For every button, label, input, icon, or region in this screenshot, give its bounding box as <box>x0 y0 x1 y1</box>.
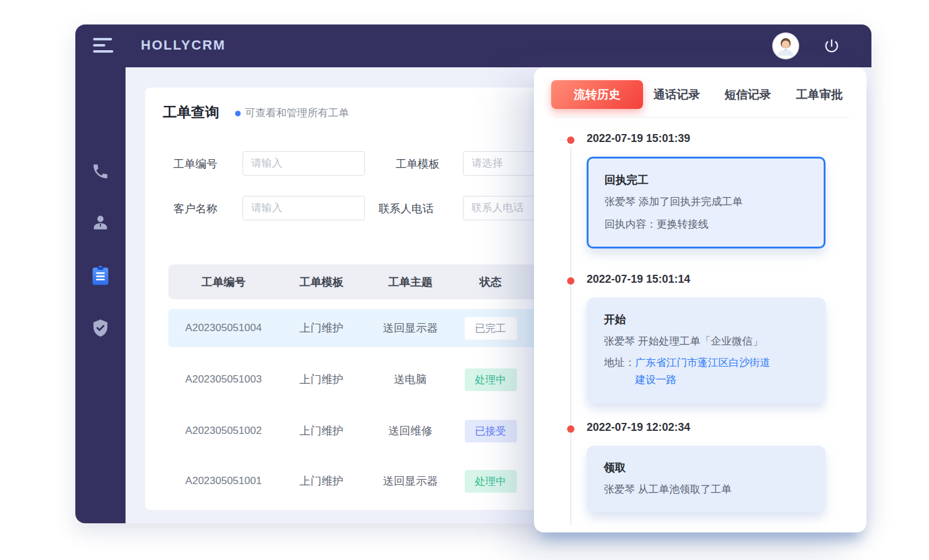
sidebar-item-security[interactable] <box>86 313 115 343</box>
timeline-timestamp: 2022-07-19 12:02:34 <box>587 421 851 437</box>
timeline-timestamp: 2022-07-19 15:01:14 <box>587 273 851 289</box>
table-row[interactable]: A202305051004 上门维护 送回显示器 已完工 <box>168 309 543 347</box>
sidebar-item-workorders[interactable] <box>86 261 115 290</box>
status-badge: 处理中 <box>465 470 517 493</box>
timeline-card[interactable]: 领取 张爱琴 从工单池领取了工单 <box>587 446 826 512</box>
timeline-dot-icon <box>567 136 574 144</box>
address-label: 地址： <box>604 354 635 389</box>
address-line: 建设一路 <box>635 374 677 386</box>
cell-template: 上门维护 <box>279 474 364 488</box>
order-id-input[interactable] <box>243 151 365 176</box>
screen: HOLLYCRM <box>0 0 929 560</box>
timeline-card-title: 领取 <box>604 460 808 475</box>
timeline-entry: 2022-07-19 15:01:39 回执完工 张爱琴 添加了回执并完成工单 … <box>534 132 851 248</box>
column-header: 工单编号 <box>168 275 279 289</box>
tab-circulation-history[interactable]: 流转历史 <box>551 80 643 109</box>
page-title: 工单查询 <box>163 103 219 122</box>
timeline-entry: 2022-07-19 12:02:34 领取 张爱琴 从工单池领取了工单 <box>534 421 851 512</box>
filter-label-template: 工单模板 <box>396 157 440 171</box>
power-icon[interactable] <box>823 37 840 54</box>
cell-subject: 送回维修 <box>364 424 456 438</box>
timeline-card-title: 回执完工 <box>604 173 808 187</box>
avatar[interactable] <box>773 34 798 58</box>
cell-subject: 送回显示器 <box>364 321 456 335</box>
user-icon <box>91 213 110 233</box>
status-badge: 已完工 <box>465 317 517 340</box>
cell-subject: 送回显示器 <box>364 474 456 488</box>
shield-check-icon <box>91 318 110 338</box>
cell-template: 上门维护 <box>279 372 364 387</box>
cell-order-id: A202305051003 <box>168 373 279 386</box>
filter-label-order-id: 工单编号 <box>173 157 217 171</box>
workorder-detail-panel: 流转历史 通话记录 短信记录 工单审批 2022-07-19 15:01:39 … <box>534 67 867 532</box>
status-badge: 已接受 <box>465 420 517 442</box>
timeline-entry: 2022-07-19 15:01:14 开始 张爱琴 开始处理工单「企业微信」 … <box>534 273 851 403</box>
filter-label-customer: 客户名称 <box>173 201 217 216</box>
tab-call-records[interactable]: 通话记录 <box>653 87 700 103</box>
column-header: 工单主题 <box>364 275 456 289</box>
cell-order-id: A202305051002 <box>168 425 279 437</box>
timeline-dot-icon <box>567 277 574 285</box>
cell-subject: 送电脑 <box>364 372 456 387</box>
table-header: 工单编号 工单模板 工单主题 状态 <box>168 264 543 299</box>
dot-icon <box>235 111 241 116</box>
divider <box>555 117 849 118</box>
timeline-card[interactable]: 开始 张爱琴 开始处理工单「企业微信」 地址： 广东省江门市蓬江区白沙街道 建设… <box>587 297 826 403</box>
sidebar <box>75 67 126 523</box>
timeline-card-text: 张爱琴 开始处理工单「企业微信」 <box>604 334 808 349</box>
page-subtitle: 可查看和管理所有工单 <box>245 106 349 120</box>
table-row[interactable]: A202305051001 上门维护 送回显示器 处理中 <box>168 462 543 500</box>
top-bar: HOLLYCRM <box>75 24 871 67</box>
cell-order-id: A202305051004 <box>168 322 279 334</box>
tab-order-approval[interactable]: 工单审批 <box>796 87 843 103</box>
clipboard-icon <box>90 265 111 286</box>
timeline-dot-icon <box>567 425 574 433</box>
timeline-card-text: 回执内容：更换转接线 <box>604 217 808 233</box>
sidebar-item-calls[interactable] <box>86 157 115 186</box>
tab-sms-records[interactable]: 短信记录 <box>724 87 771 103</box>
table-row[interactable]: A202305051002 上门维护 送回维修 已接受 <box>168 412 543 450</box>
address-line: 广东省江门市蓬江区白沙街道 <box>635 357 770 368</box>
status-badge: 处理中 <box>465 368 517 391</box>
avatar-image <box>773 34 798 58</box>
app-brand: HOLLYCRM <box>141 37 226 53</box>
table-row[interactable]: A202305051003 上门维护 送电脑 处理中 <box>168 360 543 398</box>
timeline-timestamp: 2022-07-19 15:01:39 <box>587 132 851 148</box>
timeline-card-selected[interactable]: 回执完工 张爱琴 添加了回执并完成工单 回执内容：更换转接线 <box>587 157 826 248</box>
timeline-card-text: 张爱琴 添加了回执并完成工单 <box>604 194 808 210</box>
customer-name-input[interactable] <box>243 196 365 220</box>
cell-template: 上门维护 <box>279 321 364 335</box>
timeline-card-title: 开始 <box>604 312 808 327</box>
cell-template: 上门维护 <box>279 424 364 438</box>
workorder-table: 工单编号 工单模板 工单主题 状态 A202305051004 上门维护 送回显… <box>168 264 543 299</box>
address-link[interactable]: 广东省江门市蓬江区白沙街道 建设一路 <box>635 354 770 389</box>
phone-icon <box>91 162 110 181</box>
sidebar-item-customers[interactable] <box>86 208 115 237</box>
filter-label-contact-phone: 联系人电话 <box>378 201 434 216</box>
cell-order-id: A202305051001 <box>168 475 279 487</box>
timeline-card-text: 张爱琴 从工单池领取了工单 <box>604 482 808 498</box>
hamburger-icon[interactable] <box>93 38 114 54</box>
column-header: 工单模板 <box>279 275 364 289</box>
column-header: 状态 <box>456 275 525 289</box>
